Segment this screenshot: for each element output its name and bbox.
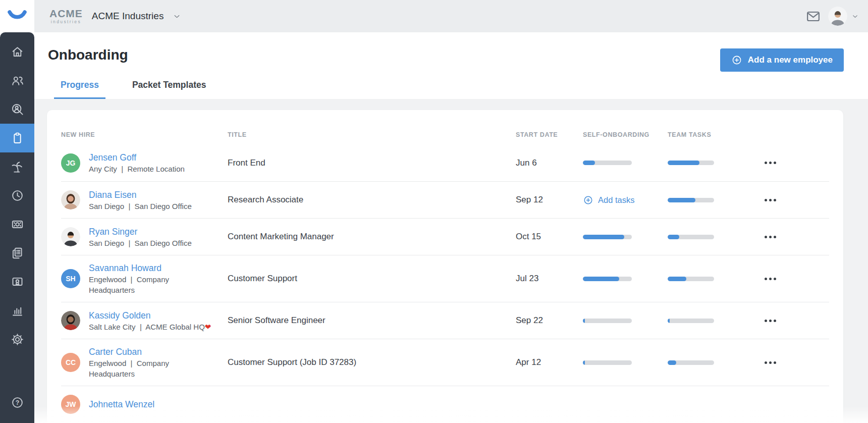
sidebar-item-time-off[interactable] [0,152,34,181]
sidebar: ? [0,0,34,423]
job-title-cell: Senior Software Engineer [228,315,516,326]
topbar: ACME industries ACME Industries [34,0,868,32]
progress-bar-fill [668,277,686,281]
sidebar-item-documents[interactable] [0,239,34,268]
avatar-initials: CC [66,358,76,366]
sidebar-item-payroll[interactable] [0,210,34,239]
team-tasks-cell [668,198,747,202]
employee-name-link[interactable]: Kassidy Golden [89,309,211,322]
help-icon: ? [11,396,24,409]
add-tasks-link[interactable]: Add tasks [583,195,668,205]
column-header-start-date: START DATE [516,131,583,138]
row-menu-button[interactable] [764,358,777,367]
employee-name-link[interactable]: Jensen Goff [89,151,185,164]
sidebar-item-home[interactable] [0,37,34,66]
progress-bar-fill [583,319,585,323]
employee-location: Engelwood | Company [89,358,169,368]
employee-name-link[interactable]: Carter Cuban [89,346,169,358]
add-employee-button[interactable]: Add a new employee [720,48,844,72]
main-column: ACME industries ACME Industries [34,0,868,423]
progress-bar [668,235,714,239]
page-header: Onboarding Add a new employee Progress P… [34,32,868,99]
job-title-cell: Research Associate [228,195,516,205]
tab-packet-templates[interactable]: Packet Templates [126,80,213,99]
progress-bar-fill [668,319,670,323]
app-logo[interactable] [0,0,34,32]
new-hire-cell: Ryan SingerSan Diego | San Diego Office [61,226,228,248]
employee-location: Engelwood | Company [89,274,169,285]
start-date-cell: Jun 6 [516,158,583,168]
gear-icon [11,333,24,346]
sidebar-item-help[interactable]: ? [0,388,34,417]
row-menu-button[interactable] [764,275,777,283]
company-logo-subtext: industries [49,20,83,24]
employee-name-link[interactable]: Ryan Singer [89,226,192,238]
sidebar-item-reports[interactable] [0,296,34,325]
home-icon [11,45,24,59]
add-tasks-label: Add tasks [598,195,634,205]
table-row: JGJensen GoffAny City | Remote LocationF… [61,144,829,181]
new-hire-text: Jensen GoffAny City | Remote Location [89,151,185,174]
progress-bar [583,360,632,365]
start-date-cell: Oct 15 [516,232,583,242]
app-root: ? ACME industries ACME Industries [0,0,868,423]
new-hire-text: Kassidy GoldenSalt Lake City | ACME Glob… [89,309,211,332]
svg-text:?: ? [15,399,19,406]
plus-circle-icon [583,195,593,205]
start-date-cell: Apr 12 [516,357,583,367]
start-date-cell: Jul 23 [516,274,583,284]
job-title-cell: Customer Support [228,274,516,284]
tab-progress[interactable]: Progress [54,80,105,99]
company-logo-text: ACME [49,8,83,19]
progress-bar-fill [668,161,699,165]
person-search-icon [11,102,24,116]
progress-bar [668,360,714,365]
new-hire-cell: CCCarter CubanEngelwood | CompanyHeadqua… [61,346,228,379]
team-tasks-cell [668,319,747,323]
sidebar-item-performance[interactable] [0,268,34,296]
progress-bar-fill [668,235,679,239]
table-header-row: NEW HIRE TITLE START DATE SELF-ONBOARDIN… [61,110,829,144]
new-hire-cell: SHSavannah HowardEngelwood | CompanyHead… [61,262,228,295]
employee-location: San Diego | San Diego Office [89,201,192,212]
tab-bar: Progress Packet Templates [54,80,844,99]
progress-bar [583,161,632,165]
table-row: Kassidy GoldenSalt Lake City | ACME Glob… [61,302,829,339]
team-tasks-cell [668,235,747,239]
sidebar-item-onboarding[interactable] [0,124,34,152]
employee-name-link[interactable]: Savannah Howard [89,262,169,274]
employee-location: Headquarters [89,368,169,379]
sidebar-item-settings[interactable] [0,325,34,354]
mail-icon[interactable] [805,9,821,24]
column-header-self-onboarding: SELF-ONBOARDING [583,131,668,138]
job-title-cell: Customer Support (Job ID 37283) [228,357,516,367]
employee-avatar: SH [61,269,80,288]
progress-bar [668,319,714,323]
row-menu-button[interactable] [764,196,777,204]
employee-name-link[interactable]: Johnetta Wenzel [89,398,154,410]
sidebar-item-people[interactable] [0,66,34,95]
company-name: ACME Industries [92,11,164,22]
row-menu-button[interactable] [764,158,777,167]
employee-location: Salt Lake City | ACME Global HQ❤ [89,322,211,332]
sidebar-item-time-clock[interactable] [0,181,34,210]
avatar-initials: SH [66,275,75,283]
self-onboarding-cell [583,360,668,365]
progress-bar [668,161,714,165]
team-tasks-cell [668,161,747,165]
table-row: JWJohnetta Wenzel [61,386,829,422]
profile-menu[interactable] [828,7,859,26]
progress-bar-fill [668,198,695,202]
employee-location: San Diego | San Diego Office [89,238,192,248]
row-menu-button[interactable] [764,316,777,325]
sidebar-item-people-search[interactable] [0,95,34,124]
add-employee-label: Add a new employee [748,55,833,65]
employee-name-link[interactable]: Diana Eisen [89,189,192,201]
row-menu-button[interactable] [764,233,777,241]
self-onboarding-cell [583,235,668,239]
new-hire-text: Diana EisenSan Diego | San Diego Office [89,189,192,212]
new-hire-cell: Kassidy GoldenSalt Lake City | ACME Glob… [61,309,228,332]
company-selector[interactable]: ACME industries ACME Industries [49,8,181,24]
employee-avatar-photo [61,311,80,330]
new-hire-cell: Diana EisenSan Diego | San Diego Office [61,189,228,212]
